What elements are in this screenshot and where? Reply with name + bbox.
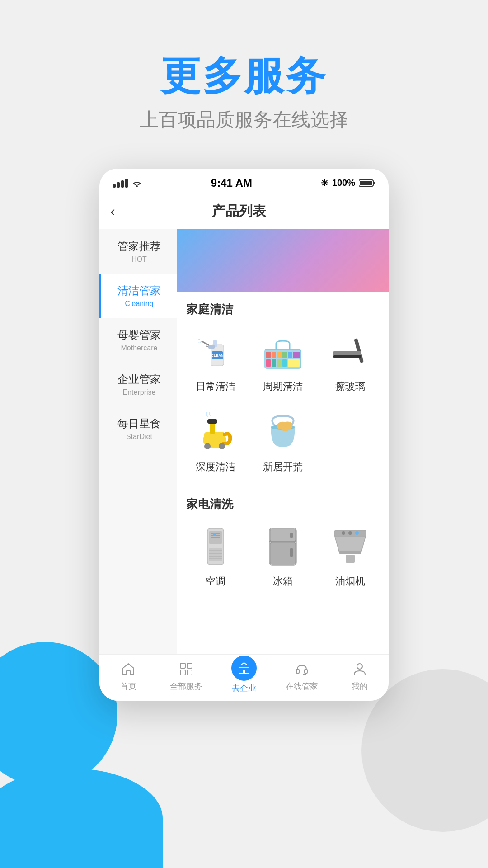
svg-rect-5 <box>208 345 215 349</box>
svg-point-42 <box>213 533 216 536</box>
svg-point-58 <box>355 531 359 535</box>
svg-rect-61 <box>187 663 192 668</box>
svg-rect-55 <box>339 551 361 554</box>
status-time: 9:41 AM <box>211 177 252 189</box>
content-area: 管家推荐 HOT 清洁管家 Cleaning 母婴管家 Mothercare 企… <box>99 229 389 654</box>
svg-rect-19 <box>293 352 300 358</box>
sub-title: 上百项品质服务在线选择 <box>0 107 488 132</box>
tab-my-label: 我的 <box>352 681 368 692</box>
sidebar-item-1[interactable]: 清洁管家 Cleaning <box>99 274 177 318</box>
sidebar-cn-0: 管家推荐 <box>107 239 172 254</box>
steam-cleaner-icon <box>193 410 238 455</box>
section-1-grid: 空调 <box>177 517 389 602</box>
sidebar-en-3: Enterprise <box>107 388 172 396</box>
tab-manager-label: 在线管家 <box>286 681 318 692</box>
banner <box>177 229 389 292</box>
svg-rect-60 <box>180 663 185 668</box>
grid-item-range-hood[interactable]: 油烟机 <box>317 517 384 597</box>
svg-text:CLEAN: CLEAN <box>211 354 224 358</box>
bucket-icon <box>260 410 305 455</box>
section-0-grid: CLEAN 日常清洁 <box>177 322 389 487</box>
user-icon <box>350 659 370 679</box>
sidebar-cn-1: 清洁管家 <box>107 283 172 298</box>
ac-icon <box>193 524 238 569</box>
svg-rect-50 <box>290 533 293 538</box>
svg-rect-41 <box>211 537 220 538</box>
sidebar-item-3[interactable]: 企业管家 Enterprise <box>99 362 177 406</box>
svg-point-56 <box>342 531 345 535</box>
grid-item-steam[interactable]: 深度清洁 <box>182 402 249 483</box>
main-content: 家庭清洁 CLEAN <box>177 229 389 654</box>
sidebar-en-1: Cleaning <box>107 300 172 308</box>
svg-point-57 <box>348 531 352 535</box>
grid-item-spray[interactable]: CLEAN 日常清洁 <box>182 322 249 402</box>
fridge-icon <box>260 524 305 569</box>
svg-point-11 <box>199 341 201 343</box>
sidebar-en-2: Mothercare <box>107 344 172 352</box>
svg-rect-63 <box>187 670 192 675</box>
svg-rect-18 <box>288 352 292 358</box>
status-bar: 9:41 AM ✳ 100% <box>99 169 389 194</box>
grid-icon <box>176 659 196 679</box>
nav-title: 产品列表 <box>121 202 358 221</box>
svg-line-9 <box>202 341 208 345</box>
svg-point-10 <box>198 339 200 340</box>
sidebar-item-0[interactable]: 管家推荐 HOT <box>99 229 177 274</box>
bluetooth-icon: ✳ <box>321 178 328 189</box>
item-label-fridge: 冰箱 <box>273 575 293 588</box>
svg-rect-31 <box>207 419 217 424</box>
svg-rect-2 <box>374 182 375 184</box>
item-label-ac: 空调 <box>206 575 225 588</box>
headset-icon <box>292 659 312 679</box>
building-icon <box>231 656 257 681</box>
sidebar-cn-2: 母婴管家 <box>107 328 172 342</box>
item-label-toolbox: 周期清洁 <box>263 380 303 393</box>
nav-bar: ‹ 产品列表 <box>99 194 389 229</box>
svg-point-12 <box>198 342 199 343</box>
grid-item-fridge[interactable]: 冰箱 <box>249 517 316 597</box>
svg-rect-65 <box>243 670 245 673</box>
section-title-1: 家电清洗 <box>177 487 389 517</box>
tab-manager[interactable]: 在线管家 <box>273 659 331 693</box>
sidebar-cn-3: 企业管家 <box>107 372 172 387</box>
spray-icon: CLEAN <box>193 329 238 374</box>
sidebar-item-2[interactable]: 母婴管家 Mothercare <box>99 318 177 362</box>
sidebar-en-4: StarDiet <box>107 433 172 441</box>
sidebar: 管家推荐 HOT 清洁管家 Cleaning 母婴管家 Mothercare 企… <box>99 229 177 654</box>
grid-item-ac[interactable]: 空调 <box>182 517 249 597</box>
svg-rect-15 <box>272 352 276 358</box>
svg-rect-24 <box>288 359 300 367</box>
svg-point-33 <box>219 443 225 449</box>
tab-home[interactable]: 首页 <box>99 659 157 693</box>
phone-frame: 9:41 AM ✳ 100% ‹ 产品列表 管家推荐 HOT 清洁管家 <box>99 169 389 701</box>
tab-enterprise[interactable]: 去企业 <box>215 659 273 693</box>
grid-item-bucket[interactable]: 新居开荒 <box>249 402 316 483</box>
grid-item-toolbox[interactable]: 周期清洁 <box>249 322 316 402</box>
svg-rect-43 <box>209 548 222 561</box>
sidebar-cn-4: 每日星食 <box>107 416 172 431</box>
svg-rect-22 <box>277 359 282 367</box>
svg-rect-67 <box>296 669 299 674</box>
bg-decoration-bottom <box>0 769 163 868</box>
svg-rect-21 <box>272 359 276 367</box>
item-label-bucket: 新居开荒 <box>263 460 303 474</box>
wifi-icon <box>131 179 142 187</box>
back-button[interactable]: ‹ <box>110 201 121 222</box>
tab-my[interactable]: 我的 <box>331 659 389 693</box>
home-icon <box>118 659 138 679</box>
tab-all-services[interactable]: 全部服务 <box>157 659 215 693</box>
svg-point-69 <box>357 664 362 669</box>
tab-home-label: 首页 <box>120 681 136 692</box>
svg-rect-16 <box>277 352 282 358</box>
svg-rect-25 <box>354 338 364 363</box>
tab-enterprise-label: 去企业 <box>232 683 256 693</box>
sidebar-item-4[interactable]: 每日星食 StarDiet <box>99 406 177 451</box>
svg-rect-62 <box>180 670 185 675</box>
item-label-range-hood: 油烟机 <box>335 575 365 588</box>
page-header: 更多服务 上百项品质服务在线选择 <box>0 0 488 169</box>
svg-rect-59 <box>346 555 355 563</box>
item-label-squeegee: 擦玻璃 <box>335 380 365 393</box>
section-title-0: 家庭清洁 <box>177 292 389 322</box>
grid-item-squeegee[interactable]: 擦玻璃 <box>317 322 384 402</box>
range-hood-icon <box>328 524 373 569</box>
